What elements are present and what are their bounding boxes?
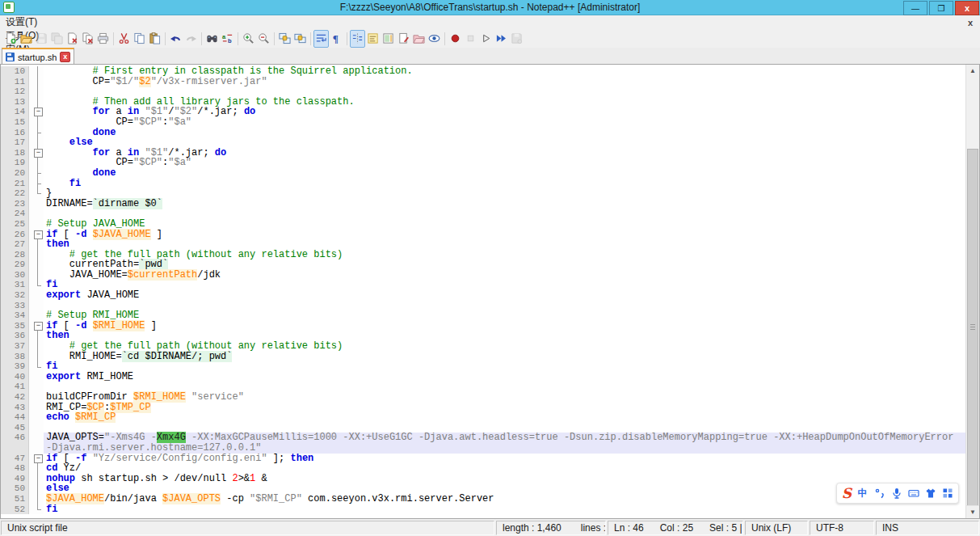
tab-startup-sh[interactable]: startup.sh x (2, 48, 74, 65)
copy-icon[interactable] (132, 30, 147, 48)
line-number[interactable]: 40 (1, 372, 29, 382)
fold-collapse-icon[interactable]: − (34, 322, 43, 331)
line-number[interactable]: 47 (1, 454, 29, 464)
monitoring-icon[interactable] (427, 30, 442, 48)
line-number[interactable]: 36 (1, 331, 29, 341)
vertical-scrollbar[interactable]: ▲ ▼ (965, 65, 979, 518)
replace-icon[interactable]: ab (220, 30, 235, 48)
line-number[interactable]: 37 (1, 341, 29, 352)
line-number[interactable]: 43 (1, 403, 29, 413)
zoom-in-icon[interactable] (241, 30, 256, 48)
scroll-up-icon[interactable]: ▲ (966, 65, 979, 77)
line-number[interactable]: 45 (1, 423, 29, 433)
line-number[interactable]: 48 (1, 463, 29, 474)
line-number[interactable]: 23 (1, 199, 29, 209)
line-number[interactable]: 52 (1, 504, 29, 515)
chinese-mode-icon[interactable]: 中 (856, 487, 869, 500)
print-icon[interactable] (95, 30, 111, 48)
scroll-down-icon[interactable]: ▼ (966, 505, 979, 518)
status-eol-format[interactable]: Unix (LF) (745, 521, 808, 535)
line-number[interactable]: 29 (1, 260, 29, 270)
paste-icon[interactable] (147, 30, 162, 48)
close-all-icon[interactable] (80, 30, 95, 48)
line-number[interactable]: 38 (1, 352, 29, 362)
fold-margin[interactable]: − (32, 454, 44, 464)
save-all-icon[interactable] (49, 30, 65, 48)
new-file-icon[interactable] (3, 30, 19, 48)
line-number[interactable]: 33 (1, 301, 29, 311)
line-number[interactable]: 27 (1, 239, 29, 250)
status-encoding[interactable]: UTF-8 (810, 521, 874, 535)
show-all-characters-icon[interactable]: ¶ (329, 30, 344, 48)
sync-horizontal-icon[interactable] (292, 30, 308, 48)
line-number[interactable]: 49 (1, 474, 29, 484)
line-number[interactable]: 34 (1, 310, 29, 321)
macro-play-icon[interactable] (478, 30, 494, 48)
indent-guide-icon[interactable] (350, 30, 365, 48)
minimize-button[interactable]: — (903, 1, 927, 15)
scrollbar-thumb[interactable] (967, 149, 978, 506)
line-number[interactable]: 39 (1, 361, 29, 372)
line-number[interactable]: 26 (1, 230, 29, 240)
line-number[interactable]: 17 (1, 137, 29, 148)
line-number[interactable]: 21 (1, 179, 29, 189)
sogou-logo-icon[interactable]: S (842, 487, 852, 500)
function-list-icon[interactable] (365, 30, 381, 48)
fold-collapse-icon[interactable]: − (34, 149, 43, 158)
line-number[interactable]: 24 (1, 209, 29, 219)
line-number[interactable]: 12 (1, 87, 29, 97)
line-number[interactable]: 19 (1, 158, 29, 168)
document-map-icon[interactable] (381, 30, 396, 48)
skin-icon[interactable] (924, 487, 936, 500)
line-number[interactable]: 50 (1, 483, 29, 494)
microphone-icon[interactable] (890, 487, 902, 500)
zoom-out-icon[interactable] (256, 30, 271, 48)
line-number[interactable]: 25 (1, 219, 29, 230)
line-number[interactable]: 14 (1, 107, 29, 117)
fold-margin[interactable]: − (32, 148, 44, 158)
folder-as-workspace-icon[interactable] (411, 30, 427, 48)
save-icon[interactable] (34, 30, 49, 48)
line-number[interactable]: 22 (1, 188, 29, 199)
line-number[interactable]: 51 (1, 494, 29, 504)
fold-collapse-icon[interactable]: − (34, 108, 43, 116)
line-number[interactable]: 16 (1, 128, 29, 138)
line-number[interactable]: 15 (1, 117, 29, 128)
fold-margin[interactable]: − (32, 321, 44, 331)
line-number[interactable]: 18 (1, 148, 29, 158)
line-number[interactable]: 32 (1, 290, 29, 301)
close-file-icon[interactable] (65, 30, 80, 48)
line-number[interactable]: 42 (1, 392, 29, 403)
close-button[interactable]: x (955, 1, 979, 15)
toolbox-icon[interactable] (941, 487, 953, 500)
line-number[interactable]: 44 (1, 412, 29, 423)
keyboard-icon[interactable] (907, 487, 919, 500)
line-number[interactable]: 31 (1, 280, 29, 290)
line-number[interactable]: 20 (1, 168, 29, 179)
punctuation-icon[interactable] (873, 487, 885, 500)
line-number[interactable]: 11 (1, 77, 29, 87)
line-number[interactable]: 13 (1, 97, 29, 108)
status-insert-mode[interactable]: INS (876, 521, 979, 535)
redo-icon[interactable] (183, 30, 199, 48)
line-number[interactable]: 10 (1, 66, 29, 77)
macro-record-icon[interactable] (448, 30, 463, 48)
line-number[interactable]: 28 (1, 250, 29, 260)
fold-collapse-icon[interactable]: − (34, 454, 43, 463)
macro-stop-icon[interactable] (463, 30, 478, 48)
tab-close-icon[interactable]: x (60, 52, 70, 62)
word-wrap-icon[interactable] (313, 30, 329, 48)
document-switcher-icon[interactable] (396, 30, 411, 48)
fold-collapse-icon[interactable]: − (34, 230, 43, 239)
restore-button[interactable]: ❐ (929, 1, 953, 15)
find-icon[interactable] (204, 30, 220, 48)
menu-item-6[interactable]: 设置(T) (0, 15, 46, 29)
line-number[interactable]: 46 (1, 433, 29, 443)
line-number[interactable]: 35 (1, 321, 29, 331)
fold-margin[interactable]: − (32, 107, 44, 117)
fold-margin[interactable]: − (32, 230, 44, 240)
document-close-icon[interactable]: x (968, 18, 973, 27)
macro-save-icon[interactable] (509, 30, 524, 48)
line-number[interactable] (1, 443, 29, 454)
cut-icon[interactable] (116, 30, 132, 48)
